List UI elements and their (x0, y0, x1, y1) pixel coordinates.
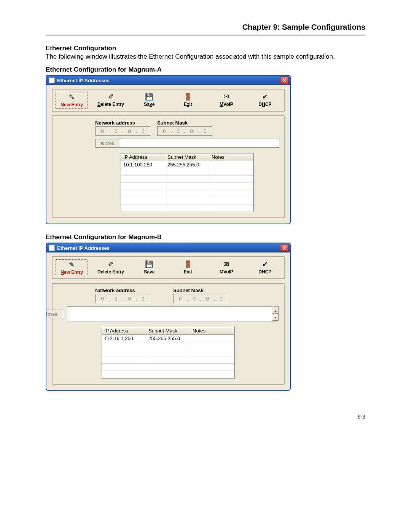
subnet-mask-label: Subnet Mask (173, 288, 228, 293)
table-row[interactable] (121, 183, 253, 190)
table-row[interactable] (102, 364, 234, 371)
ip-grid-a: IP Address Subnet Mask Notes 10.1.100.25… (121, 153, 254, 212)
cell-ip: 10.1.100.250 (121, 161, 165, 168)
save-label: e (152, 102, 155, 107)
subnet-mask-input[interactable]: 0. 0. 0. 0 (157, 126, 212, 136)
col-header-notes[interactable]: Notes (190, 327, 234, 334)
col-header-notes[interactable]: Notes (209, 153, 253, 161)
grid-header: IP Address Subnet Mask Notes (121, 153, 253, 161)
dhcp-label: CP (265, 102, 272, 107)
scroll-down-button[interactable]: ▾ (272, 314, 279, 321)
cell-mask: 255.255.255.0 (146, 335, 190, 342)
toolbar: ✎ New Entry ✐ Delete Entry 💾 Save 🚪 Exit… (52, 256, 285, 279)
close-icon: ✕ (282, 78, 287, 83)
table-row[interactable] (102, 356, 234, 364)
table-row[interactable] (102, 371, 234, 378)
close-icon: ✕ (282, 245, 287, 251)
table-row[interactable] (102, 349, 234, 356)
eraser-icon: ✐ (105, 260, 116, 268)
close-button[interactable]: ✕ (280, 77, 288, 84)
app-icon (49, 77, 55, 83)
chapter-title: Chapter 9: Sample Configurations (46, 23, 365, 32)
table-row[interactable] (121, 190, 253, 197)
save-button[interactable]: 💾 Save (134, 259, 165, 276)
network-address-input[interactable]: 0. 0. 0. 0 (95, 126, 150, 136)
col-header-mask[interactable]: Subnet Mask (165, 153, 209, 161)
close-button[interactable]: ✕ (280, 244, 288, 252)
titlebar: Ethernet IP Addresses ✕ (46, 243, 290, 252)
network-address-input[interactable]: 0. 0. 0. 0 (95, 294, 150, 303)
eraser-icon: ✐ (105, 93, 116, 101)
delete-entry-button[interactable]: ✐ Delete Entry (95, 259, 126, 276)
notes-textarea[interactable]: ▴ ▾ (67, 306, 279, 321)
pencil-icon: ✎ (66, 93, 78, 101)
subheading-magnum-a: Ethernet Configuration for Magnum-A (46, 66, 365, 73)
table-row[interactable]: 172.16.1.250 255.255.255.0 (102, 335, 234, 342)
grid-header: IP Address Subnet Mask Notes (102, 327, 234, 335)
new-entry-label: ew Entry (64, 102, 83, 107)
exit-button[interactable]: 🚪 Exit (172, 92, 204, 109)
cell-ip: 172.16.1.250 (102, 335, 146, 342)
table-row[interactable] (121, 176, 253, 183)
page-number: 9-9 (46, 414, 365, 420)
delete-entry-button[interactable]: ✐ Delete Entry (95, 92, 126, 109)
exit-label: it (189, 102, 192, 107)
envelope-icon: ✉ (221, 260, 232, 268)
subheading-magnum-b: Ethernet Configuration for Magnum-B (46, 233, 365, 241)
notes-button[interactable]: Notes (46, 310, 63, 318)
window-magnum-a: Ethernet IP Addresses ✕ ✎ New Entry ✐ De… (46, 75, 291, 224)
notes-input[interactable] (120, 139, 279, 148)
mvoip-button[interactable]: ✉ MVoIP (210, 92, 242, 109)
save-button[interactable]: 💾 Save (134, 92, 165, 109)
table-row[interactable] (121, 204, 253, 212)
door-icon: 🚪 (182, 93, 194, 101)
col-header-ip[interactable]: IP Address (102, 327, 146, 334)
divider (46, 35, 365, 35)
col-header-mask[interactable]: Subnet Mask (146, 327, 190, 334)
scroll-up-button[interactable]: ▴ (272, 307, 279, 314)
app-icon (49, 245, 55, 251)
subnet-mask-label: Subnet Mask (157, 120, 212, 126)
door-icon: 🚪 (182, 260, 194, 268)
check-icon: ✔ (259, 260, 271, 268)
network-address-label: Network address (95, 120, 150, 126)
exit-button[interactable]: 🚪 Exit (172, 259, 204, 276)
mvoip-label: VoIP (223, 102, 233, 107)
subnet-mask-input[interactable]: 0. 0. 0. 0 (173, 294, 228, 303)
window-title: Ethernet IP Addresses (57, 245, 110, 251)
notes-button[interactable]: Notes (95, 139, 120, 148)
network-address-label: Network address (95, 288, 150, 293)
cell-mask: 255.255.255.0 (165, 161, 209, 168)
table-row[interactable] (121, 197, 253, 204)
floppy-icon: 💾 (143, 93, 155, 101)
table-row[interactable]: 10.1.100.250 255.255.255.0 (121, 161, 253, 168)
envelope-icon: ✉ (221, 93, 232, 101)
dhcp-button[interactable]: ✔ DHCP (249, 259, 281, 276)
window-title: Ethernet IP Addresses (57, 78, 110, 83)
new-entry-button[interactable]: ✎ New Entry (56, 259, 88, 276)
table-row[interactable] (121, 168, 253, 176)
pencil-icon: ✎ (66, 260, 78, 269)
floppy-icon: 💾 (143, 260, 155, 268)
window-magnum-b: Ethernet IP Addresses ✕ ✎ New Entry ✐ De… (46, 243, 291, 391)
toolbar: ✎ New Entry ✐ Delete Entry 💾 Save 🚪 Exit… (52, 89, 285, 112)
table-row[interactable] (102, 342, 234, 349)
check-icon: ✔ (259, 93, 271, 101)
content-panel-a: Network address 0. 0. 0. 0 Subnet Mask (52, 115, 285, 218)
titlebar: Ethernet IP Addresses ✕ (46, 76, 290, 85)
intro-paragraph: The following window illustrates the Eth… (46, 53, 365, 61)
col-header-ip[interactable]: IP Address (121, 153, 165, 161)
new-entry-button[interactable]: ✎ New Entry (56, 92, 88, 109)
content-panel-b: Network address 0. 0. 0. 0 Subnet Mask (52, 283, 285, 385)
cell-notes (209, 161, 253, 168)
section-heading: Ethernet Configuration (46, 45, 365, 52)
delete-entry-label: elete Entry (101, 102, 124, 107)
mvoip-button[interactable]: ✉ MVoIP (210, 259, 242, 276)
dhcp-button[interactable]: ✔ DHCP (249, 92, 281, 109)
cell-notes (190, 335, 234, 342)
ip-grid-b: IP Address Subnet Mask Notes 172.16.1.25… (102, 327, 235, 379)
